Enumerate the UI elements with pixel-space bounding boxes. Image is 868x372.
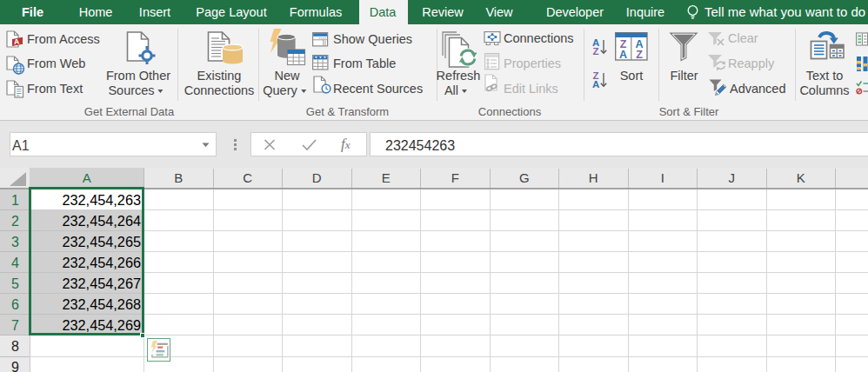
svg-text:A: A (592, 79, 599, 90)
svg-text:A: A (13, 37, 19, 45)
svg-text:Z: Z (636, 49, 643, 61)
svg-text:Z: Z (593, 46, 599, 56)
svg-text:A: A (619, 49, 627, 61)
